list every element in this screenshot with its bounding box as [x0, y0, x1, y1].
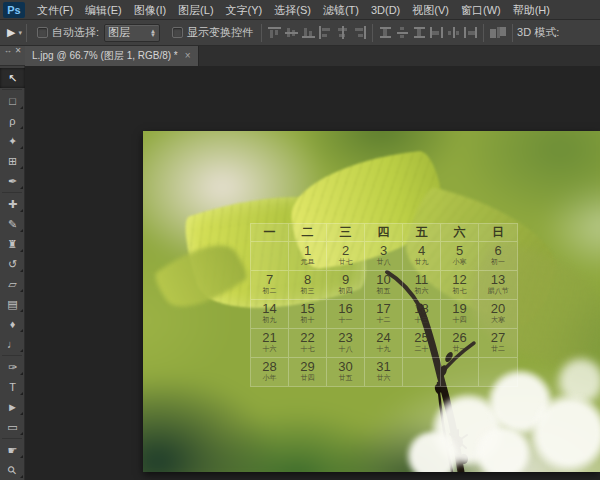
calendar-lunar-label: 大寒 — [479, 316, 517, 324]
calendar-date: 20 — [479, 301, 517, 316]
chevron-down-icon: ▾ — [18, 29, 22, 37]
flyout-indicator — [20, 412, 23, 415]
calendar-cell — [441, 357, 479, 386]
menu-item[interactable]: 窗口(W) — [455, 0, 507, 20]
menu-item[interactable]: 选择(S) — [268, 0, 317, 20]
rectangle-tool[interactable]: ▭ — [0, 417, 25, 437]
divider — [483, 24, 484, 42]
flyout-indicator — [20, 249, 23, 252]
hand-tool[interactable]: ☛ — [0, 440, 25, 460]
gradient-tool-icon: ▤ — [7, 298, 17, 311]
calendar-weekday: 日 — [479, 224, 517, 241]
move-tool-icon: ▶ — [7, 26, 15, 39]
auto-select-value: 图层 — [108, 25, 130, 40]
quick-selection-tool[interactable]: ✦ — [0, 131, 25, 151]
calendar-lunar-label: 十一 — [327, 316, 364, 324]
calendar-lunar-label: 十二 — [365, 316, 402, 324]
brush-tool[interactable]: ✎ — [0, 214, 25, 234]
calendar-date: 22 — [289, 330, 326, 345]
bokeh-highlight — [473, 427, 533, 472]
calendar-cell: 31廿六 — [365, 357, 403, 386]
collapse-panel-icon[interactable]: ↔ — [4, 46, 12, 56]
open-image-calendar-photo[interactable]: 一二三四五六日 1元旦2廿七3廿八4廿九5小寒6初一7初二8初三9初四10初五1… — [143, 131, 600, 472]
flyout-indicator — [20, 309, 23, 312]
calendar-date: 23 — [327, 330, 364, 345]
menu-item[interactable]: 图层(L) — [172, 0, 219, 20]
close-tab-icon[interactable]: × — [185, 51, 191, 61]
lasso-tool[interactable]: ρ — [0, 111, 25, 131]
calendar-cell: 20大寒 — [479, 299, 517, 328]
calendar-cell: 22十七 — [289, 328, 327, 357]
flyout-indicator — [20, 209, 23, 212]
zoom-tool[interactable]: ⚲ — [0, 460, 25, 480]
calendar-cell: 19十四 — [441, 299, 479, 328]
menu-item[interactable]: 3D(D) — [365, 0, 406, 20]
tool-preset-picker[interactable]: ▶ ▾ — [7, 26, 22, 39]
auto-select-checkbox[interactable] — [37, 27, 48, 38]
calendar-date: 4 — [403, 243, 440, 258]
close-panel-icon[interactable]: ✕ — [15, 46, 22, 56]
eraser-tool-icon: ▱ — [8, 278, 16, 291]
menu-item[interactable]: 图像(I) — [128, 0, 172, 20]
distribute-vertical-center-icon — [395, 26, 410, 39]
rect-marquee-tool-icon: □ — [9, 95, 16, 107]
calendar-date: 2 — [327, 243, 364, 258]
calendar-date: 3 — [365, 243, 402, 258]
document-tab-title: L.jpg @ 66.7% (图层 1, RGB/8) * — [32, 49, 178, 63]
blur-tool[interactable]: ♦ — [0, 314, 25, 334]
calendar-cell: 15初十 — [289, 299, 327, 328]
eraser-tool[interactable]: ▱ — [0, 274, 25, 294]
show-transform-checkbox[interactable] — [172, 27, 183, 38]
menu-item[interactable]: 编辑(E) — [79, 0, 128, 20]
gradient-tool[interactable]: ▤ — [0, 294, 25, 314]
calendar-date: 19 — [441, 301, 478, 316]
document-tab[interactable]: L.jpg @ 66.7% (图层 1, RGB/8) * × — [25, 46, 199, 66]
menu-item[interactable]: 视图(V) — [406, 0, 455, 20]
calendar-lunar-label: 初十 — [289, 316, 326, 324]
calendar-weekday-row: 一二三四五六日 — [251, 224, 517, 241]
flyout-indicator — [20, 289, 23, 292]
crop-tool[interactable]: ⊞ — [0, 151, 25, 171]
3d-mode-label: 3D 模式: — [517, 25, 559, 40]
calendar-lunar-label: 腊八节 — [479, 287, 517, 295]
type-tool-icon: T — [9, 381, 16, 393]
calendar-date: 29 — [289, 359, 326, 374]
calendar-lunar-label: 元旦 — [289, 258, 326, 266]
pen-tool[interactable]: ✑ — [0, 357, 25, 377]
auto-select-label: 自动选择: — [52, 25, 99, 40]
canvas-area[interactable]: 一二三四五六日 1元旦2廿七3廿八4廿九5小寒6初一7初二8初三9初四10初五1… — [25, 66, 600, 480]
eyedropper-tool[interactable]: ✒ — [0, 171, 25, 191]
distribute-top-icon — [378, 26, 393, 39]
calendar-date: 27 — [479, 330, 517, 345]
clone-stamp-tool[interactable]: ♜ — [0, 234, 25, 254]
menu-item[interactable]: 帮助(H) — [507, 0, 556, 20]
align-horizontal-centers-icon — [335, 26, 350, 39]
distribute-right-icon — [463, 26, 478, 39]
menu-item[interactable]: 滤镜(T) — [317, 0, 365, 20]
auto-select-dropdown[interactable]: 图层 ▲▼ — [104, 24, 160, 42]
divider — [2, 192, 22, 193]
align-vertical-centers-icon — [284, 26, 299, 39]
menu-item[interactable]: 文字(Y) — [220, 0, 269, 20]
calendar-lunar-label: 十四 — [441, 316, 478, 324]
calendar-weekday: 二 — [289, 224, 327, 241]
calendar-cell — [251, 241, 289, 270]
path-selection-tool-icon: ► — [7, 401, 18, 413]
path-selection-tool[interactable]: ► — [0, 397, 25, 417]
type-tool[interactable]: T — [0, 377, 25, 397]
calendar-date: 21 — [251, 330, 288, 345]
calendar-lunar-label: 十七 — [289, 345, 326, 353]
calendar-cell: 5小寒 — [441, 241, 479, 270]
calendar-cell: 24十九 — [365, 328, 403, 357]
calendar-cell: 23十八 — [327, 328, 365, 357]
dodge-tool[interactable]: ♩ — [0, 334, 25, 354]
calendar-lunar-label: 廿一 — [441, 345, 478, 353]
history-brush-tool[interactable]: ↺ — [0, 254, 25, 274]
calendar-cell: 8初三 — [289, 270, 327, 299]
calendar-cell: 6初一 — [479, 241, 517, 270]
rect-marquee-tool[interactable]: □ — [0, 91, 25, 111]
calendar-date: 25 — [403, 330, 440, 345]
move-tool[interactable]: ↖ — [0, 68, 25, 88]
healing-brush-tool[interactable]: ✚ — [0, 194, 25, 214]
menu-item[interactable]: 文件(F) — [31, 0, 79, 20]
